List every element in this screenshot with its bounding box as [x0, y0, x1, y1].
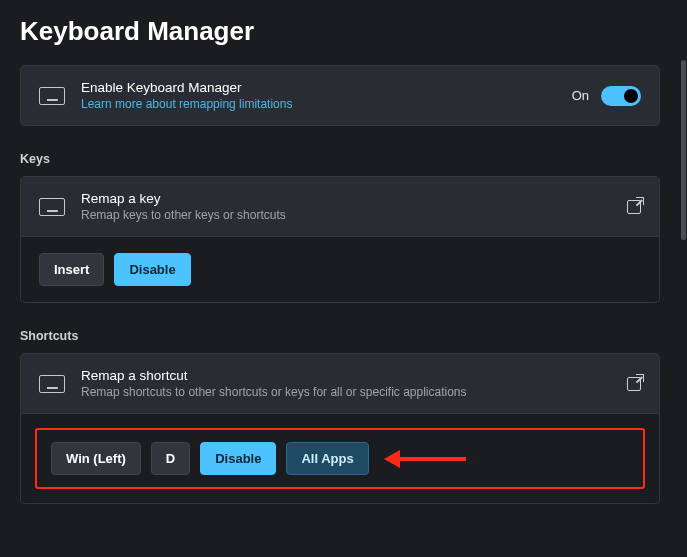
key-chip-target[interactable]: Disable [114, 253, 190, 286]
remap-key-title: Remap a key [81, 191, 611, 206]
shortcut-chip-win[interactable]: Win (Left) [51, 442, 141, 475]
remap-key-card[interactable]: Remap a key Remap keys to other keys or … [20, 176, 660, 237]
open-remap-shortcut-icon[interactable] [627, 377, 641, 391]
keyboard-icon [39, 87, 65, 105]
shortcut-mappings-row: Win (Left) D Disable All Apps [20, 414, 660, 504]
enable-keyboard-manager-card: Enable Keyboard Manager Learn more about… [20, 65, 660, 126]
keyboard-icon [39, 198, 65, 216]
remap-key-sub: Remap keys to other keys or shortcuts [81, 208, 611, 222]
scrollbar-track[interactable] [680, 0, 687, 557]
remap-shortcut-title: Remap a shortcut [81, 368, 611, 383]
remap-shortcut-card[interactable]: Remap a shortcut Remap shortcuts to othe… [20, 353, 660, 414]
annotation-highlight-box: Win (Left) D Disable All Apps [35, 428, 645, 489]
enable-title: Enable Keyboard Manager [81, 80, 556, 95]
shortcut-chip-d[interactable]: D [151, 442, 190, 475]
enable-toggle[interactable] [601, 86, 641, 106]
shortcuts-section-label: Shortcuts [0, 303, 680, 353]
shortcut-chip-disable[interactable]: Disable [200, 442, 276, 475]
learn-more-link[interactable]: Learn more about remapping limitations [81, 97, 556, 111]
scrollbar-thumb[interactable] [681, 60, 686, 240]
toggle-state-label: On [572, 88, 589, 103]
open-remap-key-icon[interactable] [627, 200, 641, 214]
key-chip-source[interactable]: Insert [39, 253, 104, 286]
keyboard-icon [39, 375, 65, 393]
annotation-arrow [386, 454, 466, 464]
page-title: Keyboard Manager [0, 0, 680, 65]
key-mappings-row: Insert Disable [20, 237, 660, 303]
keys-section-label: Keys [0, 126, 680, 176]
shortcut-chip-allapps[interactable]: All Apps [286, 442, 368, 475]
remap-shortcut-sub: Remap shortcuts to other shortcuts or ke… [81, 385, 611, 399]
